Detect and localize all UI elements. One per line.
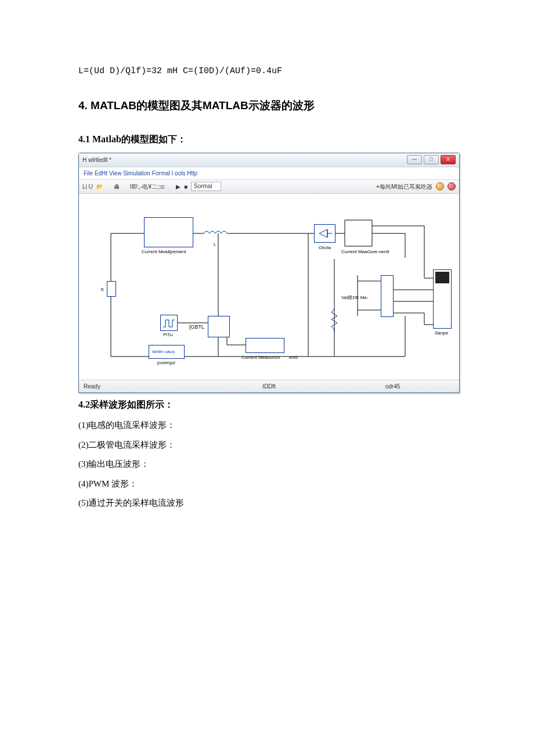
- toolbar-left-label: Li U: [82, 182, 93, 192]
- pulse-gen-block[interactable]: [160, 315, 178, 331]
- simulink-window: H wlrtledll * — □ X File EdHt View Simul…: [78, 153, 460, 393]
- sim-mode-dropdown[interactable]: Sormal: [191, 182, 221, 191]
- voltage-meas-block[interactable]: [381, 275, 394, 317]
- igbt-block[interactable]: [208, 316, 230, 337]
- open-icon[interactable]: 📂: [96, 182, 103, 192]
- dc-source-block[interactable]: [107, 281, 116, 297]
- current-measurement-block[interactable]: [144, 217, 193, 247]
- status-mid: IDDft: [207, 381, 331, 391]
- inductor-block[interactable]: [204, 229, 227, 238]
- minimize-button[interactable]: —: [407, 155, 422, 164]
- cm2-block[interactable]: [246, 338, 284, 353]
- section-4-1-heading: 4.1 Matlab的模型图如下：: [78, 131, 459, 147]
- list-item: (1)电感的电流采样波形：: [78, 418, 459, 433]
- window-titlebar: H wlrtledll * — □ X: [79, 153, 459, 167]
- close-button[interactable]: X: [441, 155, 456, 164]
- pulse-label: PiTu: [163, 331, 172, 339]
- play-icon[interactable]: ▶: [176, 182, 181, 192]
- cm2-label2: ent2: [289, 354, 298, 362]
- menubar[interactable]: File EdHt View Simulation Formal I ools …: [79, 167, 459, 180]
- maximize-button[interactable]: □: [424, 155, 439, 164]
- scope-label: Sanpe: [435, 329, 448, 337]
- toolbar-right-text: +每尚MI如已耳凰吃器: [376, 182, 432, 192]
- toolbar-orange-icon[interactable]: [436, 182, 444, 190]
- status-left: Ready: [84, 381, 207, 391]
- scope-block[interactable]: [433, 269, 452, 329]
- model-canvas[interactable]: E Current Mea&jrement L Oicda Current Ma…: [79, 194, 459, 380]
- toolbar-mid-text: I即:,-电¥二;:o:: [130, 182, 165, 192]
- cm1-label: Current MaaGure-nentl: [341, 248, 389, 256]
- print-icon[interactable]: 🖶: [114, 182, 120, 192]
- dc-source-label: E: [101, 286, 104, 294]
- formula-text: L=(Ud D)/Qlf)=32 mH C=(I0D)/(AUf)=0.4uF: [78, 64, 459, 79]
- list-item: (2)二极管电流采样波形：: [78, 438, 459, 453]
- section-4-heading: 4. MATLAB的模型图及其MATLAB示波器的波形: [78, 96, 459, 115]
- diode-label: Oicda: [319, 244, 331, 252]
- diode-block[interactable]: [314, 224, 335, 243]
- list-item: (4)PWM 波形：: [78, 477, 459, 492]
- stop-icon[interactable]: ■: [184, 182, 187, 192]
- cm2-label: Current Measurcm: [241, 354, 280, 362]
- resistor-block[interactable]: [330, 309, 338, 332]
- powergui-label: posergui: [157, 359, 175, 367]
- list-item: (3)输出电压波形：: [78, 457, 459, 472]
- inductor-label: L: [214, 240, 216, 249]
- section-4-2-heading: 4.2采样波形如图所示：: [78, 397, 459, 412]
- igbt-label: [GBTL: [189, 323, 204, 332]
- window-buttons: — □ X: [407, 155, 456, 164]
- list-item: (5)通过开关的采样电流波形: [78, 496, 459, 511]
- statusbar: Ready IDDft odr45: [79, 380, 459, 393]
- toolbar-red-icon[interactable]: [448, 182, 456, 190]
- continuous-label: Iantin uaus: [152, 348, 175, 356]
- current-measurement-label: Current Mea&jrement: [142, 248, 186, 256]
- toolbar[interactable]: Li U 📂 🖶 I即:,-电¥二;:o: ▶ ■ Sormal +每尚MI如已…: [79, 180, 459, 194]
- window-title: H wlrtledll *: [82, 155, 111, 165]
- status-right: odr45: [331, 381, 454, 391]
- voltage-meas-label: Vaï龍DE Me-: [341, 294, 369, 302]
